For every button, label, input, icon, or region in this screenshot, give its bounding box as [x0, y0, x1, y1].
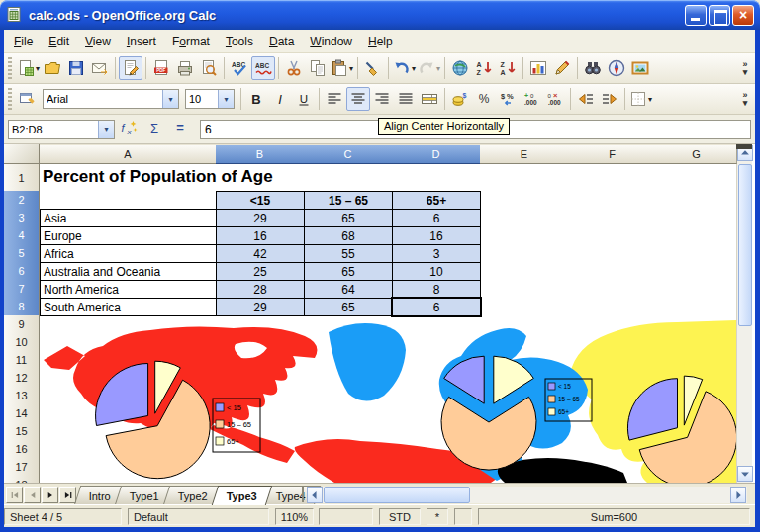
formula-button[interactable]: = [168, 118, 192, 141]
row-header-2[interactable]: 2 [4, 191, 40, 210]
menu-item-format[interactable]: Format [164, 32, 218, 51]
next-sheet-button[interactable] [42, 487, 58, 503]
cut-button[interactable] [282, 56, 306, 80]
menu-item-help[interactable]: Help [360, 32, 401, 51]
font-size-input[interactable] [186, 90, 218, 108]
underline-button[interactable]: U [292, 87, 316, 111]
email-button[interactable] [88, 56, 112, 80]
horizontal-scroll-thumb[interactable] [324, 487, 470, 503]
menu-item-view[interactable]: View [77, 32, 119, 51]
insert-chart-button[interactable] [526, 56, 550, 80]
redo-dropdown[interactable]: ▾ [436, 64, 440, 73]
cell-B7[interactable]: 28 [216, 280, 305, 299]
cell-D3[interactable]: 6 [392, 209, 481, 227]
cell-B2[interactable]: <15 [216, 191, 305, 210]
borders-dropdown[interactable]: ▾ [648, 95, 652, 104]
column-header-C[interactable]: C [304, 145, 393, 164]
cell-C2[interactable]: 15 – 65 [304, 191, 393, 210]
row-header-9[interactable]: 9 [4, 315, 40, 334]
cell-B4[interactable]: 16 [216, 226, 305, 245]
row-header-15[interactable]: 15 [4, 422, 40, 441]
cell-A3[interactable]: Asia [40, 209, 217, 227]
scroll-right-button[interactable] [730, 487, 746, 503]
cell-C7[interactable]: 64 [304, 280, 393, 299]
scroll-down-button[interactable] [737, 466, 753, 482]
open-button[interactable] [41, 56, 64, 80]
row-header-4[interactable]: 4 [4, 226, 40, 245]
font-size-dropdown[interactable]: ▾ [218, 90, 234, 108]
cell-D6[interactable]: 10 [392, 262, 481, 281]
menu-item-window[interactable]: Window [302, 32, 360, 51]
column-header-E[interactable]: E [480, 145, 569, 164]
copy-button[interactable] [306, 56, 330, 80]
horizontal-scrollbar[interactable] [307, 487, 747, 503]
bold-button[interactable]: B [244, 87, 268, 111]
cell-A5[interactable]: Africa [40, 244, 217, 263]
cell-B8[interactable]: 29 [216, 298, 305, 316]
cell-B6[interactable]: 25 [216, 262, 305, 281]
align-left-button[interactable] [323, 87, 346, 111]
justify-button[interactable] [394, 87, 418, 111]
function-wizard-button[interactable]: fx [117, 118, 141, 141]
cell-A1[interactable]: Percent of Population of Age [43, 167, 273, 187]
toolbar-grip[interactable] [8, 57, 12, 79]
row-header-8[interactable]: 8 [4, 298, 40, 316]
row-header-13[interactable]: 13 [4, 387, 40, 405]
font-size-combo[interactable]: ▾ [185, 89, 235, 109]
percent-button[interactable]: % [472, 87, 496, 111]
split-handle[interactable] [736, 144, 752, 149]
paste-button[interactable]: ▾ [330, 56, 354, 80]
font-name-combo[interactable]: ▾ [43, 89, 179, 109]
maximize-button[interactable] [709, 5, 730, 26]
scroll-left-button[interactable] [307, 487, 323, 503]
merge-cells-button[interactable] [418, 87, 441, 111]
row-header-16[interactable]: 16 [4, 440, 40, 459]
row-header-10[interactable]: 10 [4, 333, 40, 352]
status-selection-mode[interactable]: STD [379, 508, 421, 525]
align-right-button[interactable] [370, 87, 394, 111]
delete-decimal-button[interactable]: 0×.000 [543, 87, 567, 111]
page-preview-button[interactable] [197, 56, 221, 80]
cell-C4[interactable]: 68 [304, 226, 393, 245]
name-box[interactable]: ▾ [8, 120, 115, 139]
sort-descending-button[interactable]: ZA [496, 56, 520, 80]
menu-item-data[interactable]: Data [261, 32, 302, 51]
name-box-dropdown[interactable]: ▾ [98, 121, 114, 138]
auto-spellcheck-button[interactable]: ABC [251, 56, 275, 80]
hyperlink-button[interactable] [448, 56, 472, 80]
vertical-scroll-thumb[interactable] [738, 164, 752, 326]
row-header-12[interactable]: 12 [4, 369, 40, 388]
styles-button[interactable] [16, 87, 40, 111]
status-sum[interactable]: Sum=600 [478, 508, 750, 525]
cell-A8[interactable]: South America [40, 298, 217, 316]
paste-dropdown[interactable]: ▾ [349, 64, 353, 73]
align-center-button[interactable] [346, 87, 370, 111]
undo-dropdown[interactable]: ▾ [412, 64, 416, 73]
increase-indent-button[interactable] [598, 87, 621, 111]
navigator-button[interactable] [605, 56, 628, 80]
sum-button[interactable]: Σ [142, 118, 166, 141]
row-header-18[interactable]: 18 [4, 476, 40, 483]
toolbar-grip[interactable] [8, 88, 12, 110]
cell-C8[interactable]: 65 [304, 298, 393, 316]
edit-file-button[interactable] [119, 56, 142, 80]
status-zoom[interactable]: 110% [275, 508, 314, 525]
add-decimal-button[interactable]: +0.000 [520, 87, 543, 111]
row-header-7[interactable]: 7 [4, 280, 40, 299]
menu-item-file[interactable]: File [6, 32, 41, 51]
number-standard-button[interactable]: $% [496, 87, 520, 111]
last-sheet-button[interactable] [59, 487, 76, 503]
format-paintbrush-button[interactable] [361, 56, 385, 80]
vertical-scrollbar[interactable] [736, 144, 752, 483]
undo-button[interactable]: ▾ [392, 56, 417, 80]
italic-button[interactable]: I [268, 87, 292, 111]
font-name-dropdown[interactable]: ▾ [162, 90, 178, 108]
menu-item-insert[interactable]: Insert [119, 32, 164, 51]
cell-D2[interactable]: 65+ [392, 191, 481, 210]
cell-A6[interactable]: Australia and Oceania [40, 262, 217, 281]
status-modified-flag[interactable]: * [427, 508, 448, 525]
sheet-corner-box[interactable] [4, 144, 40, 164]
toolbar-overflow-button[interactable]: »▾ [737, 91, 753, 107]
sort-ascending-button[interactable]: AZ [472, 56, 496, 80]
column-header-G[interactable]: G [656, 145, 737, 164]
